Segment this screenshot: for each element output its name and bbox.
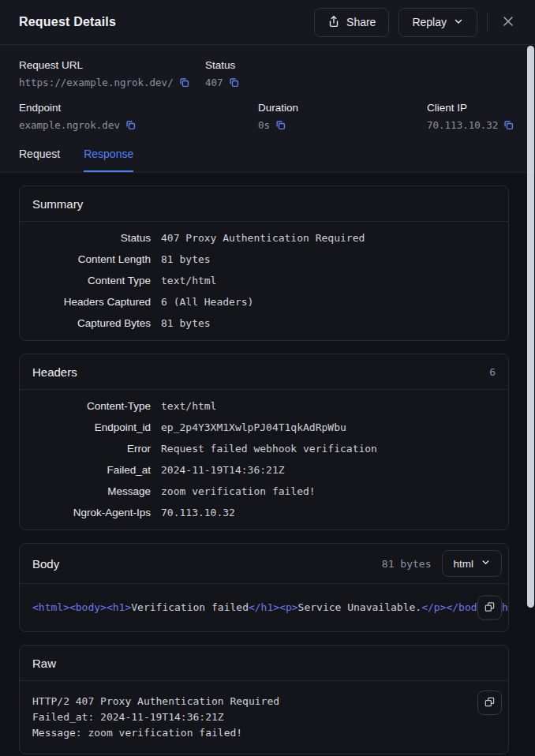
- table-row: Error Request failed webhook verificatio…: [20, 438, 508, 459]
- row-label: Captured Bytes: [32, 317, 151, 329]
- row-value: text/html: [161, 400, 496, 412]
- copy-icon[interactable]: [229, 77, 239, 88]
- share-icon: [327, 15, 340, 30]
- table-row: Content Length 81 bytes: [20, 249, 508, 270]
- row-value: 2024-11-19T14:36:21Z: [161, 464, 496, 476]
- client-ip-label: Client IP: [427, 102, 516, 114]
- row-value: text/html: [161, 275, 496, 286]
- raw-copy-button[interactable]: [477, 691, 502, 715]
- share-button-label: Share: [346, 16, 376, 28]
- field-client-ip: Client IP 70.113.10.32: [427, 102, 516, 131]
- row-value: Request failed webhook verification: [161, 443, 496, 455]
- body-size: 81 bytes: [382, 558, 432, 570]
- endpoint-value: example.ngrok.dev: [19, 119, 120, 131]
- table-row: Endpoint_id ep_2p4Y3XM1XwlpPJ04T1qkAdRpW…: [20, 417, 508, 438]
- field-endpoint: Endpoint example.ngrok.dev: [19, 102, 258, 131]
- table-row: Message zoom verification failed!: [20, 481, 508, 502]
- response-panel: Summary Status 407 Proxy Authentication …: [0, 173, 535, 756]
- tab-request[interactable]: Request: [19, 148, 60, 172]
- summary-rows: Status 407 Proxy Authentication Required…: [20, 222, 508, 340]
- row-label: Content Type: [32, 275, 151, 286]
- client-ip-value: 70.113.10.32: [427, 119, 498, 131]
- table-row: Ngrok-Agent-Ips 70.113.10.32: [20, 502, 508, 523]
- body-content: <html><body><h1>Verification failed</h1>…: [20, 584, 508, 631]
- chevron-down-icon: [453, 16, 464, 29]
- row-label: Message: [32, 485, 151, 497]
- request-url-value: https://example.ngrok.dev/: [19, 77, 174, 88]
- copy-icon[interactable]: [503, 120, 514, 130]
- row-value: 81 bytes: [161, 253, 496, 265]
- raw-text: HTTP/2 407 Proxy Authentication Required…: [20, 681, 508, 754]
- page-title: Request Details: [19, 15, 116, 29]
- duration-value: 0s: [258, 119, 270, 131]
- row-value: zoom verification failed!: [161, 485, 496, 497]
- copy-icon: [484, 601, 496, 615]
- raw-content: HTTP/2 407 Proxy Authentication Required…: [20, 681, 508, 754]
- body-card: Body 81 bytes html <html><body><h1>Verif…: [19, 543, 509, 632]
- body-format-value: html: [453, 558, 473, 570]
- row-label: Endpoint_id: [32, 421, 151, 433]
- close-button[interactable]: [497, 10, 519, 35]
- replay-button[interactable]: Replay: [398, 8, 477, 37]
- summary-title: Summary: [32, 197, 83, 211]
- table-row: Headers Captured 6 (All Headers): [20, 291, 508, 313]
- header-divider: [487, 13, 488, 32]
- headers-title: Headers: [32, 365, 77, 379]
- request-info-section: Request URL https://example.ngrok.dev/ S…: [0, 45, 535, 173]
- row-value: 407 Proxy Authentication Required: [161, 232, 496, 244]
- field-status: Status 407: [205, 59, 516, 88]
- table-row: Status 407 Proxy Authentication Required: [20, 227, 508, 249]
- row-label: Headers Captured: [32, 296, 151, 308]
- tab-response[interactable]: Response: [84, 148, 133, 172]
- body-format-select[interactable]: html: [442, 550, 502, 577]
- raw-card: Raw HTTP/2 407 Proxy Authentication Requ…: [19, 645, 509, 754]
- body-title: Body: [32, 557, 59, 571]
- status-value: 407: [205, 77, 223, 88]
- share-button[interactable]: Share: [314, 8, 389, 37]
- body-copy-button[interactable]: [477, 596, 502, 620]
- headers-card: Headers 6 Content-Type text/html Endpoin…: [19, 354, 509, 530]
- modal-header: Request Details Share Replay: [0, 0, 535, 45]
- replay-button-label: Replay: [412, 16, 447, 28]
- raw-title: Raw: [32, 657, 56, 670]
- summary-card-header: Summary: [20, 186, 508, 222]
- copy-icon[interactable]: [125, 120, 136, 130]
- row-value: 70.113.10.32: [161, 507, 496, 518]
- row-label: Error: [32, 443, 151, 455]
- row-value: 6 (All Headers): [161, 296, 496, 308]
- field-request-url: Request URL https://example.ngrok.dev/: [19, 59, 205, 88]
- header-actions: Share Replay: [314, 8, 519, 37]
- body-code: <html><body><h1>Verification failed</h1>…: [20, 584, 508, 631]
- request-url-label: Request URL: [19, 59, 205, 71]
- copy-icon[interactable]: [275, 120, 286, 130]
- field-duration: Duration 0s: [258, 102, 427, 131]
- table-row: Failed_at 2024-11-19T14:36:21Z: [20, 459, 508, 481]
- close-icon: [502, 15, 514, 30]
- copy-icon[interactable]: [179, 77, 189, 88]
- tab-bar: Request Response: [19, 148, 516, 172]
- headers-count-badge: 6: [489, 366, 496, 378]
- table-row: Captured Bytes 81 bytes: [20, 313, 508, 334]
- row-label: Ngrok-Agent-Ips: [32, 507, 151, 518]
- summary-card: Summary Status 407 Proxy Authentication …: [19, 185, 509, 341]
- headers-rows: Content-Type text/html Endpoint_id ep_2p…: [20, 390, 508, 530]
- row-value: ep_2p4Y3XM1XwlpPJ04T1qkAdRpWbu: [161, 421, 496, 433]
- body-card-header: Body 81 bytes html: [20, 544, 508, 584]
- vertical-scrollbar[interactable]: [527, 46, 534, 608]
- row-value: 81 bytes: [161, 317, 496, 329]
- status-label: Status: [205, 59, 516, 71]
- chevron-down-icon: [481, 557, 491, 570]
- duration-label: Duration: [258, 102, 427, 114]
- row-label: Status: [32, 232, 151, 244]
- raw-card-header: Raw: [20, 646, 508, 681]
- copy-icon: [484, 696, 496, 710]
- row-label: Content-Type: [32, 400, 151, 412]
- endpoint-label: Endpoint: [19, 102, 258, 114]
- row-label: Failed_at: [32, 464, 151, 476]
- table-row: Content-Type text/html: [20, 395, 508, 417]
- row-label: Content Length: [32, 253, 151, 265]
- table-row: Content Type text/html: [20, 270, 508, 291]
- headers-card-header: Headers 6: [20, 354, 508, 390]
